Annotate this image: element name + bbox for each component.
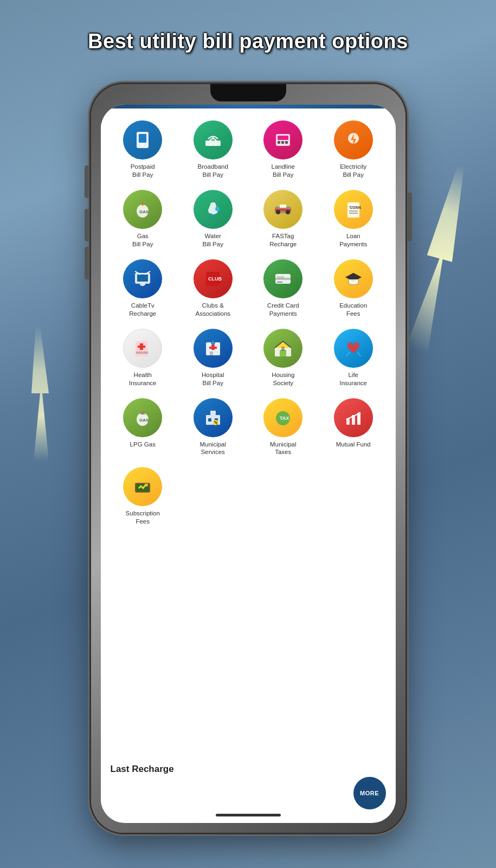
service-icon-postpaid [123,120,162,159]
service-icon-taxes: TAX [263,398,302,437]
service-item-cabletv[interactable]: CableTv Recharge [109,256,177,321]
service-icon-creditcard: BANK [263,259,302,298]
service-item-water[interactable]: Water Bill Pay [179,187,247,252]
service-label-postpaid: Postpaid Bill Pay [131,163,155,179]
service-label-taxes: Municipal Taxes [270,441,297,457]
service-icon-clubs: CLUB [194,259,233,298]
service-icon-cabletv [123,259,162,298]
service-icon-fastag [263,190,302,229]
service-item-loan[interactable]: LOANLoan Payments [319,187,388,252]
more-button[interactable]: MORE [353,777,386,809]
page-title: Best utility bill payment options [0,30,496,53]
service-label-education: Education Fees [339,302,367,318]
last-recharge-title: Last Recharge [111,764,386,775]
service-label-cabletv: CableTv Recharge [129,302,156,318]
svg-text:LOAN: LOAN [350,206,361,209]
service-item-creditcard[interactable]: BANKCredit Card Payments [249,256,318,321]
svg-text:GAS: GAS [139,209,149,214]
service-item-taxes[interactable]: TAXMunicipal Taxes [249,395,318,460]
svg-text:GAS: GAS [139,418,149,423]
svg-rect-57 [210,411,216,415]
service-item-health[interactable]: INSUREHealth Insurance [109,326,177,391]
svg-rect-8 [278,136,288,140]
service-item-subscription[interactable]: Subscription Fees [109,464,177,529]
service-item-fastag[interactable]: FASTag Recharge [249,187,318,252]
service-icon-gas: GAS [123,190,162,229]
service-icon-landline [263,120,302,159]
svg-rect-51 [281,347,285,351]
svg-text:TAX: TAX [280,416,289,421]
service-icon-health: INSURE [123,329,162,368]
service-item-landline[interactable]: Landline Bill Pay [249,117,318,182]
service-icon-electricity [334,120,373,159]
service-item-municipal[interactable]: %Municipal Services [179,395,247,460]
service-item-broadband[interactable]: Broadband Bill Pay [179,117,247,182]
service-item-education[interactable]: Education Fees [319,256,388,321]
service-item-housing[interactable]: Housing Society [249,326,318,391]
service-label-gas: Gas Bill Pay [132,232,153,248]
service-icon-hospital: + [194,329,233,368]
service-item-postpaid[interactable]: Postpaid Bill Pay [109,117,177,182]
svg-rect-41 [138,346,145,348]
svg-rect-55 [140,413,145,414]
last-recharge-section: Last Recharge MORE [101,758,396,809]
svg-rect-1 [139,134,146,143]
svg-rect-3 [205,141,221,146]
service-icon-mutualfund [334,398,373,437]
service-label-landline: Landline Bill Pay [272,163,295,179]
service-label-broadband: Broadband Bill Pay [198,163,228,179]
svg-text:INSURE: INSURE [136,351,149,354]
svg-rect-10 [281,141,284,144]
service-icon-municipal: % [194,398,233,437]
service-item-electricity[interactable]: Electricity Bill Pay [319,117,388,182]
service-label-loan: Loan Payments [339,232,367,248]
svg-text:+: + [212,341,214,344]
service-item-mutualfund[interactable]: Mutual Fund [319,395,388,460]
service-item-clubs[interactable]: CLUBClubs & Associations [179,256,247,321]
svg-point-20 [286,210,290,214]
phone-frame: Postpaid Bill PayBroadband Bill PayLandl… [91,84,405,833]
service-icon-broadband [194,120,233,159]
service-item-hospital[interactable]: +Hospital Bill Pay [179,326,247,391]
service-icon-subscription [123,467,162,506]
services-area: Postpaid Bill PayBroadband Bill PayLandl… [101,108,396,758]
service-label-health: Health Insurance [129,371,157,387]
service-label-life: Life Insurance [339,371,367,387]
svg-point-71 [145,483,148,487]
svg-rect-46 [210,352,213,355]
service-icon-housing [263,329,302,368]
svg-rect-11 [285,141,288,144]
service-label-creditcard: Credit Card Payments [267,302,299,318]
svg-point-52 [350,340,357,347]
service-item-life[interactable]: Life Insurance [319,326,388,391]
svg-rect-16 [216,207,217,209]
screen-top-bar [101,105,396,108]
service-icon-life [334,329,373,368]
last-recharge-content: MORE [111,777,386,809]
service-label-water: Water Bill Pay [203,232,223,248]
service-label-municipal: Municipal Services [199,441,226,457]
service-icon-loan: LOAN [334,190,373,229]
svg-rect-22 [347,202,359,218]
service-label-mutualfund: Mutual Fund [336,441,371,449]
service-label-clubs: Clubs & Associations [195,302,230,318]
service-label-fastag: FASTag Recharge [269,232,297,248]
svg-text:CLUB: CLUB [208,276,222,282]
svg-point-19 [276,210,280,214]
svg-rect-21 [280,205,286,208]
service-icon-lpg: GAS [123,398,162,437]
service-label-electricity: Electricity Bill Pay [340,163,366,179]
svg-rect-38 [277,282,282,283]
service-icon-water [194,190,233,229]
service-item-lpg[interactable]: GASLPG Gas [109,395,177,460]
phone-notch [210,84,286,101]
svg-rect-9 [278,141,280,144]
svg-rect-28 [137,275,148,282]
service-label-lpg: LPG Gas [130,441,156,449]
service-label-subscription: Subscription Fees [126,509,160,526]
service-item-gas[interactable]: GASGas Bill Pay [109,187,177,252]
services-grid: Postpaid Bill PayBroadband Bill PayLandl… [106,117,390,529]
phone-screen: Postpaid Bill PayBroadband Bill PayLandl… [101,105,396,823]
svg-point-2 [141,144,144,146]
home-indicator [216,814,281,816]
